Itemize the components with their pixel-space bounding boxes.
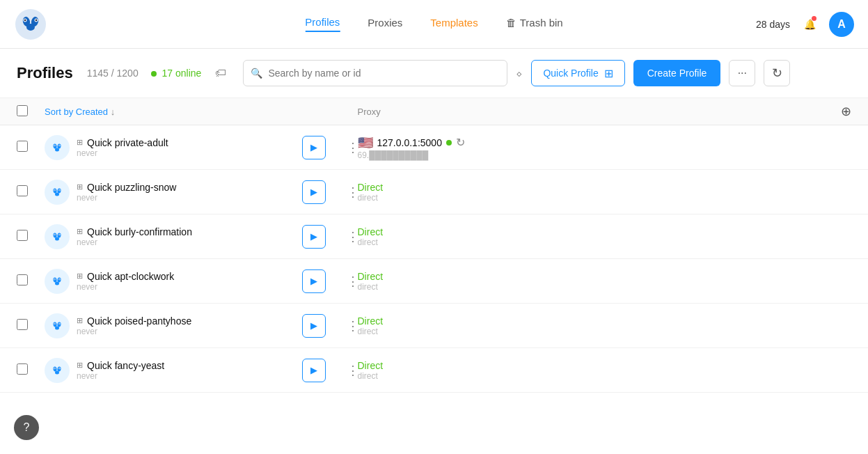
quick-profile-button[interactable]: Quick Profile ⊞ (531, 60, 624, 86)
flag-icon: 🇺🇸 (358, 135, 373, 150)
windows-icon: ⊞ (77, 316, 83, 325)
profile-avatar (45, 224, 70, 249)
row-checkbox[interactable] (17, 363, 28, 375)
svg-point-11 (55, 148, 59, 151)
refresh-button[interactable]: ↻ (764, 60, 790, 86)
svg-point-48 (50, 363, 64, 377)
profile-name-block: ⊞ Quick burly-confirmation never (77, 226, 192, 247)
table-row: ⊞ Quick private-adult never ▶ ⋮ 🇺🇸 127.0… (0, 125, 868, 170)
svg-point-24 (50, 230, 64, 244)
nav-trash[interactable]: 🗑 Trash bin (506, 17, 563, 31)
profile-last-used: never (77, 327, 191, 336)
svg-point-8 (50, 141, 64, 155)
profile-name-block: ⊞ Quick puzzling-snow never (77, 182, 176, 203)
proxy-direct-label: Direct (358, 226, 567, 237)
proxy-direct-label: Direct (358, 182, 567, 193)
play-button[interactable]: ▶ (302, 359, 326, 382)
profile-name: ⊞ Quick poised-pantyhose (77, 315, 191, 327)
svg-point-38 (54, 279, 55, 279)
create-profile-button[interactable]: Create Profile (633, 60, 721, 86)
profile-name: ⊞ Quick fancy-yeast (77, 360, 164, 371)
profile-avatar (45, 358, 70, 383)
windows-icon: ⊞ (77, 182, 83, 191)
svg-point-19 (55, 192, 59, 196)
row-checkbox[interactable] (17, 319, 28, 330)
svg-point-43 (55, 326, 59, 329)
proxy-info: Direct direct (358, 182, 567, 203)
profile-name: ⊞ Quick puzzling-snow (77, 182, 176, 193)
play-button[interactable]: ▶ (302, 136, 326, 159)
svg-point-23 (59, 189, 60, 190)
proxy-sub: 69.██████████ (358, 150, 567, 160)
proxy-info: Direct direct (358, 315, 567, 336)
page-title: Profiles (17, 64, 73, 82)
table-row: ⊞ Quick burly-confirmation never ▶ ⋮ Dir… (0, 214, 868, 259)
filter-button[interactable]: ⬦ (516, 67, 523, 79)
avatar[interactable]: A (829, 12, 854, 37)
profile-info: ⊞ Quick poised-pantyhose never (45, 313, 302, 338)
proxy-address: 127.0.0.1:5000 (377, 137, 442, 148)
svg-point-47 (59, 323, 60, 324)
add-column-button[interactable]: ⊕ (841, 104, 851, 119)
proxy-main: 🇺🇸 127.0.0.1:5000 ↻ (358, 135, 567, 150)
proxy-sub: direct (358, 327, 567, 336)
days-badge: 28 days (756, 19, 790, 30)
bell-button[interactable]: 🔔 (801, 16, 818, 33)
profile-avatar (45, 313, 70, 338)
row-checkbox[interactable] (17, 274, 28, 285)
profile-name: ⊞ Quick private-adult (77, 137, 168, 148)
windows-icon: ⊞ (77, 361, 83, 370)
proxy-direct-label: Direct (358, 315, 567, 327)
row-checkbox[interactable] (17, 185, 28, 196)
play-button[interactable]: ▶ (302, 225, 326, 249)
table-row: ⊞ Quick puzzling-snow never ▶ ⋮ Direct d… (0, 170, 868, 214)
search-icon: 🔍 (251, 68, 262, 79)
table-proxy-col: Proxy (358, 107, 567, 117)
profile-name-block: ⊞ Quick poised-pantyhose never (77, 315, 191, 336)
proxy-info: Direct direct (358, 271, 567, 292)
play-button[interactable]: ▶ (302, 180, 326, 204)
profile-name-block: ⊞ Quick fancy-yeast never (77, 360, 164, 381)
logo[interactable] (14, 8, 47, 41)
svg-point-27 (55, 237, 59, 240)
profile-last-used: never (77, 282, 174, 292)
search-input[interactable] (268, 68, 500, 79)
toolbar: Profiles 1145 / 1200 17 online 🏷 🔍 ⬦ Qui… (0, 49, 868, 98)
profile-info: ⊞ Quick private-adult never (45, 135, 302, 160)
windows-icon: ⊞ (77, 272, 83, 281)
table-body: ⊞ Quick private-adult never ▶ ⋮ 🇺🇸 127.0… (0, 125, 868, 393)
proxy-sub: direct (358, 282, 567, 292)
online-dot (151, 71, 157, 77)
play-button[interactable]: ▶ (302, 314, 326, 338)
svg-point-32 (50, 274, 64, 288)
table-title-col: Sort by Created ↓ (45, 107, 302, 117)
svg-point-6 (24, 19, 26, 20)
select-all-checkbox[interactable] (17, 105, 28, 116)
row-checkbox[interactable] (17, 230, 28, 241)
nav-proxies[interactable]: Proxies (368, 17, 402, 31)
windows-icon: ⊞ (77, 227, 83, 236)
svg-point-35 (55, 281, 59, 285)
svg-point-31 (59, 234, 60, 235)
nav-links: Profiles Proxies Templates 🗑 Trash bin (305, 16, 562, 32)
profile-info: ⊞ Quick burly-confirmation never (45, 224, 302, 249)
top-nav: Profiles Proxies Templates 🗑 Trash bin 2… (0, 0, 868, 49)
proxy-direct-label: Direct (358, 271, 567, 282)
quick-profile-label: Quick Profile (543, 68, 598, 79)
play-button[interactable]: ▶ (302, 269, 326, 293)
table-header: Sort by Created ↓ Proxy ⊕ (0, 98, 868, 125)
proxy-info: Direct direct (358, 360, 567, 381)
bell-notification-dot (812, 16, 816, 21)
row-checkbox[interactable] (17, 141, 28, 152)
proxy-refresh-icon[interactable]: ↻ (456, 136, 465, 149)
profile-info: ⊞ Quick apt-clockwork never (45, 269, 302, 294)
nav-templates[interactable]: Templates (430, 17, 478, 31)
windows-icon: ⊞ (604, 67, 613, 80)
tag-icon[interactable]: 🏷 (215, 67, 226, 79)
svg-point-16 (50, 185, 64, 199)
nav-profiles[interactable]: Profiles (305, 16, 340, 32)
more-options-button[interactable]: ··· (729, 60, 755, 86)
proxy-sub: direct (358, 193, 567, 203)
proxy-sub: direct (358, 371, 567, 381)
svg-point-15 (59, 145, 60, 146)
